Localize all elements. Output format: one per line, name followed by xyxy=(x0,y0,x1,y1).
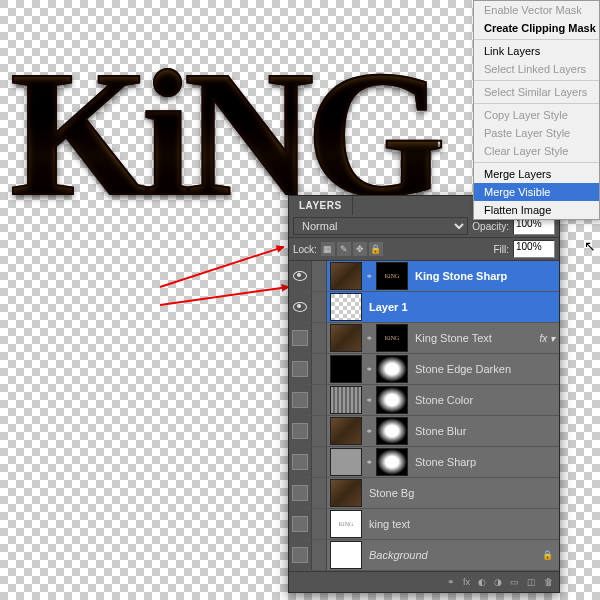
menu-item: Enable Vector Mask xyxy=(474,1,599,19)
lock-pixels-icon[interactable]: ✎ xyxy=(337,242,351,256)
layer-name[interactable]: Background xyxy=(365,549,542,561)
panel-footer: ⚭ fx ◐ ◑ ▭ ◫ 🗑 xyxy=(289,571,559,592)
layer-thumbnail[interactable] xyxy=(376,417,408,445)
layer-context-menu: Enable Vector MaskCreate Clipping MaskLi… xyxy=(473,0,600,220)
layer-name[interactable]: Stone Color xyxy=(411,394,559,406)
visibility-toggle[interactable] xyxy=(289,385,312,415)
layer-list: ⚭KiNGKing Stone SharpLayer 1⚭KiNGKing St… xyxy=(289,261,559,571)
menu-item: Clear Layer Style xyxy=(474,142,599,160)
visibility-toggle[interactable] xyxy=(289,323,312,353)
layer-thumbnail[interactable] xyxy=(330,293,362,321)
lock-icons: ▦ ✎ ✥ 🔒 xyxy=(321,242,383,256)
layer-thumbnail[interactable] xyxy=(330,448,362,476)
layer-row[interactable]: ⚭Stone Edge Darken xyxy=(289,354,559,385)
layer-thumbnail[interactable] xyxy=(330,479,362,507)
layer-thumbnail[interactable] xyxy=(330,417,362,445)
menu-item[interactable]: Create Clipping Mask xyxy=(474,19,599,37)
layer-thumbnail[interactable] xyxy=(330,324,362,352)
layer-thumbnail[interactable] xyxy=(376,386,408,414)
layer-name[interactable]: Stone Sharp xyxy=(411,456,559,468)
layer-name[interactable]: Stone Edge Darken xyxy=(411,363,559,375)
layer-thumbnail[interactable]: KiNG xyxy=(376,262,408,290)
link-icon: ⚭ xyxy=(365,334,373,343)
layer-row[interactable]: ⚭Stone Blur xyxy=(289,416,559,447)
link-layers-icon[interactable]: ⚭ xyxy=(447,577,455,587)
fill-label: Fill: xyxy=(493,244,509,255)
layer-name[interactable]: king text xyxy=(365,518,559,530)
lock-all-icon[interactable]: 🔒 xyxy=(369,242,383,256)
visibility-toggle[interactable] xyxy=(289,354,312,384)
menu-item[interactable]: Merge Layers xyxy=(474,165,599,183)
visibility-toggle[interactable] xyxy=(289,416,312,446)
layer-name[interactable]: King Stone Sharp xyxy=(411,270,559,282)
link-icon: ⚭ xyxy=(365,365,373,374)
visibility-toggle[interactable] xyxy=(289,509,312,539)
visibility-toggle[interactable] xyxy=(289,261,312,291)
visibility-toggle[interactable] xyxy=(289,447,312,477)
layer-thumbnail[interactable] xyxy=(376,355,408,383)
menu-item[interactable]: Link Layers xyxy=(474,42,599,60)
layer-name[interactable]: Layer 1 xyxy=(365,301,559,313)
eye-icon xyxy=(293,302,307,312)
layer-row[interactable]: Background🔒 xyxy=(289,540,559,571)
visibility-toggle[interactable] xyxy=(289,478,312,508)
layer-row[interactable]: Layer 1 xyxy=(289,292,559,323)
blend-mode-select[interactable]: Normal xyxy=(293,217,468,235)
lock-row: Lock: ▦ ✎ ✥ 🔒 Fill: 100% xyxy=(289,238,559,261)
layers-tab[interactable]: LAYERS xyxy=(289,196,353,215)
opacity-label: Opacity: xyxy=(472,221,509,232)
trash-icon[interactable]: 🗑 xyxy=(544,577,553,587)
link-icon: ⚭ xyxy=(365,458,373,467)
layer-row[interactable]: ⚭Stone Sharp xyxy=(289,447,559,478)
layer-name[interactable]: Stone Blur xyxy=(411,425,559,437)
layer-row[interactable]: ⚭KiNGKing Stone Sharp xyxy=(289,261,559,292)
link-icon: ⚭ xyxy=(365,396,373,405)
layer-row[interactable]: ⚭Stone Color xyxy=(289,385,559,416)
layer-thumbnail[interactable]: KiNG xyxy=(376,324,408,352)
visibility-toggle[interactable] xyxy=(289,540,312,570)
layer-name[interactable]: Stone Bg xyxy=(365,487,559,499)
fill-input[interactable]: 100% xyxy=(513,240,555,258)
layer-thumbnail[interactable] xyxy=(330,386,362,414)
lock-transparency-icon[interactable]: ▦ xyxy=(321,242,335,256)
visibility-toggle[interactable] xyxy=(289,292,312,322)
lock-icon: 🔒 xyxy=(542,550,559,560)
new-layer-icon[interactable]: ◫ xyxy=(527,577,536,587)
fx-icon[interactable]: fx ▾ xyxy=(539,333,559,344)
lock-position-icon[interactable]: ✥ xyxy=(353,242,367,256)
layer-mask-icon[interactable]: ◐ xyxy=(478,577,486,587)
layer-thumbnail[interactable] xyxy=(330,541,362,569)
layer-thumbnail[interactable] xyxy=(330,355,362,383)
group-icon[interactable]: ▭ xyxy=(510,577,519,587)
menu-item: Copy Layer Style xyxy=(474,106,599,124)
lock-label: Lock: xyxy=(293,244,317,255)
adjustment-layer-icon[interactable]: ◑ xyxy=(494,577,502,587)
layer-row[interactable]: Stone Bg xyxy=(289,478,559,509)
layer-row[interactable]: ⚭KiNGKing Stone Textfx ▾ xyxy=(289,323,559,354)
menu-item: Select Linked Layers xyxy=(474,60,599,78)
layer-name[interactable]: King Stone Text xyxy=(411,332,539,344)
layer-thumbnail[interactable] xyxy=(376,448,408,476)
layer-thumbnail[interactable]: KiNG xyxy=(330,510,362,538)
layer-thumbnail[interactable] xyxy=(330,262,362,290)
eye-icon xyxy=(293,271,307,281)
menu-item: Select Similar Layers xyxy=(474,83,599,101)
menu-item[interactable]: Flatten Image xyxy=(474,201,599,219)
menu-item: Paste Layer Style xyxy=(474,124,599,142)
link-icon: ⚭ xyxy=(365,427,373,436)
link-icon: ⚭ xyxy=(365,272,373,281)
layer-row[interactable]: KiNGking text xyxy=(289,509,559,540)
menu-item[interactable]: Merge Visible xyxy=(474,183,599,201)
layer-fx-icon[interactable]: fx xyxy=(463,577,470,587)
layers-panel: LAYERS Normal Opacity: 100% Lock: ▦ ✎ ✥ … xyxy=(288,195,560,593)
